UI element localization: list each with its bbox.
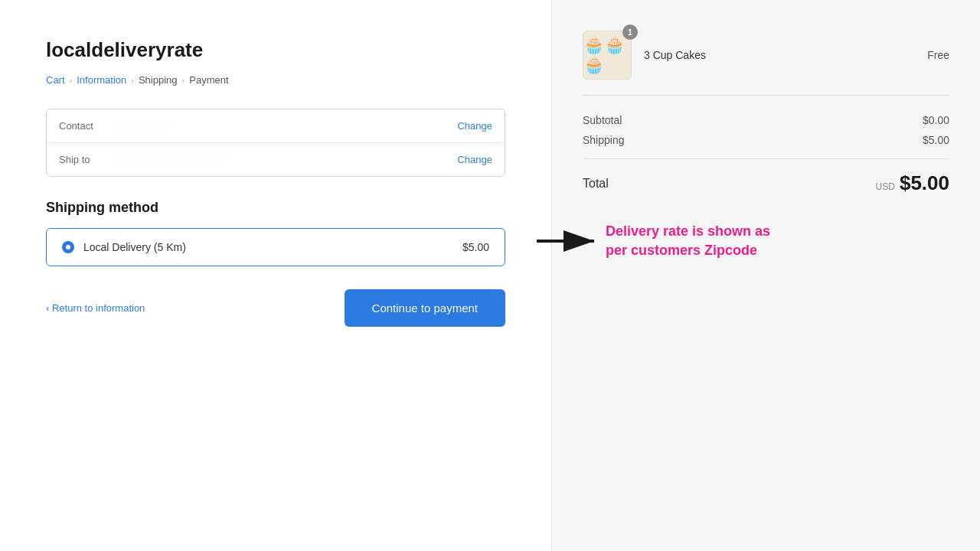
total-currency: USD [876, 181, 895, 192]
subtotal-value: $0.00 [923, 114, 949, 126]
shipping-option-name: Local Delivery (5 Km) [83, 241, 453, 253]
left-panel: localdeliveryrate Cart › Information › S… [0, 0, 551, 551]
contact-label: Contact [59, 120, 120, 132]
return-to-information-link[interactable]: Return to information [46, 302, 145, 314]
ship-to-label: Ship to [59, 154, 120, 165]
breadcrumb-sep-3: › [182, 76, 185, 85]
contact-value: · · · · · · · [120, 120, 457, 132]
shipping-label: Shipping [583, 134, 625, 146]
product-image: 🧁🧁🧁 [583, 31, 632, 80]
breadcrumb-payment: Payment [189, 74, 228, 86]
subtotal-label: Subtotal [583, 114, 622, 126]
breadcrumb-sep-1: › [70, 76, 73, 85]
annotation-text: Delivery rate is shown as per customers … [606, 222, 789, 260]
shipping-method-title: Shipping method [46, 200, 505, 216]
ship-to-value: · · · · · · · · · · · · · · · [120, 154, 457, 165]
shipping-option-price: $5.00 [462, 241, 489, 253]
annotation-wrap: Delivery rate is shown as per customers … [537, 222, 789, 260]
store-title: localdeliveryrate [46, 38, 505, 62]
contact-change[interactable]: Change [457, 120, 492, 132]
ship-to-row: Ship to · · · · · · · · · · · · · · · Ch… [47, 143, 505, 176]
breadcrumb-cart[interactable]: Cart [46, 74, 65, 86]
product-image-wrap: 1 🧁🧁🧁 [583, 31, 632, 80]
arrow-icon [537, 226, 606, 256]
total-amount: $5.00 [900, 171, 949, 195]
continue-to-payment-button[interactable]: Continue to payment [345, 289, 505, 327]
contact-info-box: Contact · · · · · · · Change Ship to · ·… [46, 109, 505, 177]
breadcrumb-shipping: Shipping [139, 74, 178, 86]
actions-row: Return to information Continue to paymen… [46, 289, 505, 327]
ship-to-change[interactable]: Change [457, 154, 492, 165]
shipping-value: $5.00 [923, 134, 949, 146]
shipping-row: Shipping $5.00 [583, 134, 949, 146]
breadcrumb: Cart › Information › Shipping › Payment [46, 74, 505, 86]
breadcrumb-sep-2: › [131, 76, 134, 85]
total-label: Total [583, 177, 609, 191]
subtotal-row: Subtotal $0.00 [583, 114, 949, 126]
breadcrumb-information[interactable]: Information [77, 74, 126, 86]
contact-row: Contact · · · · · · · Change [47, 109, 505, 143]
radio-selected-icon [62, 241, 74, 253]
product-price: Free [927, 49, 949, 61]
total-amount-wrap: USD $5.00 [876, 171, 949, 195]
shipping-option[interactable]: Local Delivery (5 Km) $5.00 [46, 228, 505, 266]
right-panel: 1 🧁🧁🧁 3 Cup Cakes Free Subtotal $0.00 Sh… [551, 0, 980, 551]
product-name: 3 Cup Cakes [644, 49, 915, 61]
total-row: Total USD $5.00 [583, 158, 949, 195]
product-row: 1 🧁🧁🧁 3 Cup Cakes Free [583, 31, 949, 96]
product-badge: 1 [622, 24, 638, 40]
